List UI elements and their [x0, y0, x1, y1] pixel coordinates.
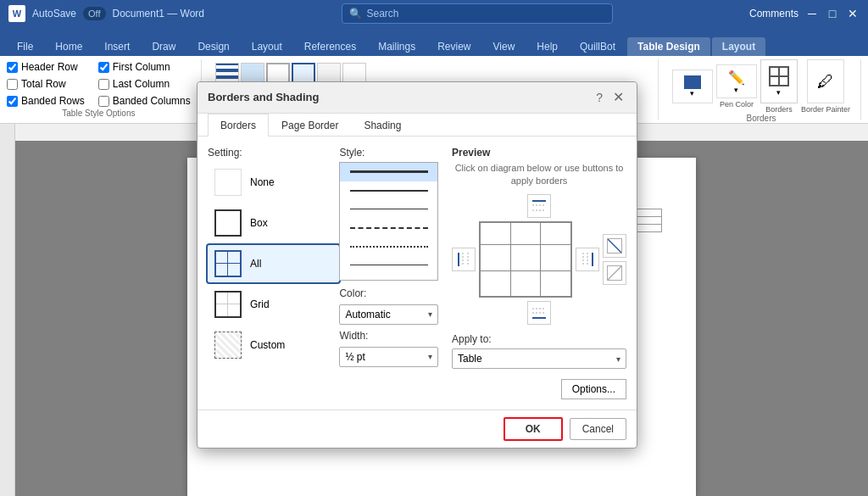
- diagonal-down-button[interactable]: [603, 234, 626, 258]
- bottom-border-button[interactable]: [527, 301, 551, 325]
- style-dash-dot[interactable]: [340, 256, 437, 275]
- tab-help[interactable]: Help: [526, 37, 568, 56]
- tab-insert[interactable]: Insert: [94, 37, 140, 56]
- tab-mailings[interactable]: Mailings: [368, 37, 426, 56]
- cancel-button[interactable]: Cancel: [570, 418, 626, 440]
- dialog-help-button[interactable]: ?: [596, 91, 603, 104]
- style-list[interactable]: [339, 162, 438, 281]
- search-placeholder: Search: [367, 8, 399, 20]
- top-border-button[interactable]: [527, 194, 551, 218]
- dialog-right-panel: Preview Click on diagram below or use bu…: [438, 147, 626, 400]
- style-dotted[interactable]: [340, 237, 437, 256]
- svg-rect-1: [532, 200, 546, 202]
- setting-grid[interactable]: Grid: [208, 286, 339, 323]
- checkbox-last-column[interactable]: Last Column: [98, 78, 191, 90]
- dialog-tab-shading[interactable]: Shading: [351, 114, 414, 137]
- checkbox-first-column[interactable]: First Column: [98, 61, 191, 73]
- box-icon: [213, 208, 243, 238]
- apply-to-dropdown[interactable]: Table ▾: [452, 348, 626, 369]
- preview-table-row: [481, 270, 571, 296]
- banded-columns-checkbox[interactable]: [98, 96, 109, 107]
- diagonal-up-button[interactable]: [603, 261, 626, 285]
- style-line-dashed: [350, 227, 428, 229]
- all-label: All: [250, 258, 261, 270]
- tab-file[interactable]: File: [7, 37, 43, 56]
- ruler-vertical: [0, 124, 15, 496]
- preview-cell: [481, 223, 511, 245]
- close-window-button[interactable]: ✕: [846, 7, 860, 20]
- dialog-tab-page-border[interactable]: Page Border: [269, 114, 351, 137]
- comments-btn[interactable]: Comments: [749, 8, 798, 20]
- dialog-close-button[interactable]: ✕: [609, 89, 626, 106]
- width-dropdown[interactable]: ½ pt ▾: [339, 347, 438, 367]
- setting-custom[interactable]: Custom: [208, 326, 339, 364]
- tab-table-design[interactable]: Table Design: [627, 37, 710, 56]
- checkbox-total-row[interactable]: Total Row: [7, 78, 85, 90]
- pen-color-dropdown[interactable]: ✏️ ▾: [716, 64, 757, 98]
- tab-design[interactable]: Design: [187, 37, 239, 56]
- search-icon: 🔍: [349, 8, 362, 20]
- preview-instruction: Click on diagram below or use buttons to…: [452, 162, 626, 188]
- title-bar-right: Comments ─ □ ✕: [749, 7, 860, 20]
- left-border-button[interactable]: [452, 248, 476, 271]
- borders-button[interactable]: ▾: [760, 59, 798, 103]
- title-bar: W AutoSave Off Document1 — Word 🔍 Search…: [0, 0, 868, 27]
- setting-box[interactable]: Box: [208, 204, 339, 242]
- tab-home[interactable]: Home: [45, 37, 92, 56]
- style-dashed[interactable]: [340, 219, 437, 237]
- preview-cell: [541, 245, 571, 270]
- ok-button[interactable]: OK: [504, 417, 563, 441]
- dialog-tab-borders[interactable]: Borders: [208, 114, 269, 137]
- word-logo: W: [8, 5, 25, 22]
- minimize-button[interactable]: ─: [805, 7, 819, 20]
- style-solid-thick[interactable]: [340, 163, 437, 181]
- last-column-checkbox[interactable]: [98, 79, 109, 90]
- dialog-titlebar: Borders and Shading ? ✕: [198, 82, 637, 114]
- preview-mid: [452, 221, 626, 298]
- preview-table: [480, 222, 571, 297]
- preview-bottom-controls: [452, 301, 626, 325]
- preview-cell: [481, 245, 511, 270]
- border-cell-3: [770, 76, 779, 86]
- header-row-checkbox[interactable]: [7, 62, 18, 73]
- width-value: ½ pt: [345, 351, 364, 363]
- setting-all[interactable]: All: [208, 245, 339, 282]
- tab-review[interactable]: Review: [427, 37, 481, 56]
- tab-view[interactable]: View: [483, 37, 526, 56]
- tab-layout[interactable]: Layout: [242, 37, 292, 56]
- options-button[interactable]: Options...: [561, 379, 626, 399]
- svg-rect-15: [608, 266, 622, 281]
- search-box[interactable]: 🔍 Search: [342, 3, 613, 24]
- color-dropdown[interactable]: Automatic ▾: [339, 304, 438, 325]
- borders-and-shading-dialog: Borders and Shading ? ✕ Borders Page Bor…: [197, 81, 637, 449]
- banded-rows-checkbox[interactable]: [7, 96, 18, 107]
- style-solid-thin[interactable]: [340, 200, 437, 219]
- svg-rect-4: [458, 253, 459, 266]
- first-column-checkbox[interactable]: [98, 62, 109, 73]
- setting-none[interactable]: None: [208, 164, 339, 201]
- shading-dropdown[interactable]: ▾: [672, 70, 713, 103]
- preview-cell: [510, 270, 541, 296]
- spacer-bottom-right: [554, 301, 578, 325]
- border-cell-4: [779, 76, 788, 86]
- tab-layout-table[interactable]: Layout: [712, 37, 765, 56]
- border-painter-button[interactable]: 🖊: [807, 59, 844, 103]
- autosave-label: AutoSave: [32, 8, 76, 20]
- tab-references[interactable]: References: [294, 37, 366, 56]
- autosave-toggle[interactable]: Off: [83, 7, 105, 20]
- custom-icon: [213, 330, 243, 360]
- style-solid-medium[interactable]: [340, 181, 437, 200]
- maximize-button[interactable]: □: [826, 7, 839, 20]
- spacer-bottom-left: [500, 301, 524, 325]
- spacer-top-left: [500, 194, 524, 218]
- right-border-button[interactable]: [576, 248, 599, 271]
- setting-section: Setting: None: [208, 147, 339, 364]
- tab-quillbot[interactable]: QuillBot: [570, 37, 626, 56]
- tab-draw[interactable]: Draw: [142, 37, 186, 56]
- checkbox-banded-columns[interactable]: Banded Columns: [98, 95, 191, 107]
- checkbox-banded-rows[interactable]: Banded Rows: [7, 95, 85, 107]
- svg-rect-16: [532, 317, 546, 319]
- total-row-checkbox[interactable]: [7, 79, 18, 90]
- border-painter-label: Border Painter: [801, 105, 850, 114]
- checkbox-header-row[interactable]: Header Row: [7, 61, 85, 73]
